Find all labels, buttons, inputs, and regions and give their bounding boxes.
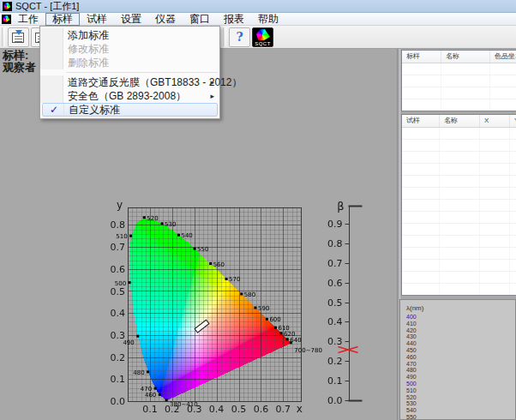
table-cell — [510, 152, 516, 163]
table-cell — [440, 260, 480, 271]
table-cell — [480, 152, 510, 163]
wavelength-item[interactable]: 500 — [406, 381, 515, 387]
menu-仪器[interactable]: 仪器 — [148, 13, 183, 26]
wavelength-item[interactable]: 430 — [406, 333, 515, 340]
table-cell — [480, 236, 510, 247]
table-cell — [480, 248, 510, 259]
standard-label: 标样: — [3, 50, 36, 62]
table-cell — [480, 224, 510, 235]
wavelength-item[interactable]: 540 — [406, 407, 515, 414]
menu-工作[interactable]: 工作 — [11, 13, 45, 26]
table-cell — [440, 248, 480, 259]
table-cell — [510, 224, 516, 235]
app-window: SQCT - [工作1] 工作标样试样设置仪器窗口报表帮助 ? SQCT 标样: — [0, 0, 516, 420]
table-row — [402, 272, 516, 284]
column-header-Y[interactable]: Y — [510, 115, 516, 127]
table-cell — [480, 284, 510, 295]
help-button[interactable]: ? — [229, 27, 250, 47]
table-cell — [440, 284, 480, 295]
table-cell — [480, 200, 510, 211]
wavelength-item[interactable]: 410 — [406, 321, 515, 327]
menu-item-修改标准: 修改标准 — [40, 42, 219, 56]
table-cell — [480, 212, 510, 223]
table-cell — [510, 176, 516, 187]
sqct-button[interactable]: SQCT — [252, 27, 273, 47]
wavelength-item[interactable]: 470 — [406, 361, 515, 368]
table-row — [402, 200, 516, 212]
import-standard-button[interactable] — [8, 27, 29, 47]
table-cell — [480, 140, 510, 151]
menu-item-删除标准: 删除标准 — [40, 56, 219, 69]
table-row — [402, 164, 516, 176]
wavelength-item[interactable]: 520 — [406, 394, 515, 401]
column-header-试样[interactable]: 试样 — [402, 115, 440, 127]
table-row — [402, 260, 516, 272]
menu-报表[interactable]: 报表 — [217, 13, 251, 26]
wavelength-item[interactable]: 510 — [406, 387, 515, 394]
table-cell — [480, 128, 510, 139]
window-title: SQCT - [工作1] — [15, 0, 79, 13]
menu-items: 工作标样试样设置仪器窗口报表帮助 — [11, 13, 285, 26]
column-header-名称[interactable]: 名称 — [440, 115, 480, 127]
table-cell — [510, 128, 516, 139]
samples-table-body — [402, 128, 516, 296]
table-cell — [510, 284, 516, 295]
table-cell — [440, 140, 480, 151]
menu-gutter — [40, 89, 63, 103]
column-header-色品坐标[interactable]: 色品坐标 — [490, 51, 516, 63]
column-header-名称[interactable]: 名称 — [441, 51, 490, 63]
table-row — [402, 140, 516, 152]
wavelength-item[interactable]: 420 — [406, 327, 515, 334]
table-cell — [402, 248, 440, 259]
table-cell — [510, 260, 516, 271]
wavelength-item[interactable]: 530 — [406, 400, 515, 407]
table-cell — [490, 87, 516, 99]
table-cell — [402, 272, 440, 283]
table-cell — [440, 176, 480, 187]
menu-item-添加标准[interactable]: 添加标准 — [40, 28, 219, 42]
menu-item-道路交通反光膜（GBT18833 - 2012）[interactable]: 道路交通反光膜（GBT18833 - 2012）▸ — [40, 75, 219, 89]
table-cell — [440, 164, 480, 175]
table-row — [402, 87, 516, 99]
wavelength-item[interactable]: 450 — [406, 347, 515, 354]
wavelength-item[interactable]: 480 — [406, 367, 515, 374]
table-cell — [480, 260, 510, 271]
table-cell — [402, 176, 440, 187]
wavelength-item[interactable]: 440 — [406, 340, 515, 347]
standards-table[interactable]: 标样名称色品坐标 — [401, 50, 516, 111]
table-cell — [480, 188, 510, 199]
menu-帮助[interactable]: 帮助 — [251, 13, 285, 26]
toolbar-separator — [223, 27, 226, 46]
table-row — [402, 152, 516, 164]
table-cell — [402, 200, 440, 211]
wavelength-item[interactable]: 490 — [406, 374, 515, 381]
menu-item-安全色（GB 2893-2008）[interactable]: 安全色（GB 2893-2008）▸ — [40, 89, 219, 103]
wavelength-item[interactable]: 400 — [406, 314, 515, 321]
menu-设置[interactable]: 设置 — [114, 13, 148, 26]
observer-label: 观察者 — [3, 62, 36, 74]
wavelength-item[interactable]: 460 — [406, 354, 515, 361]
check-icon: ✓ — [50, 104, 58, 116]
menu-item-自定义标准[interactable]: ✓自定义标准 — [42, 103, 218, 117]
table-cell — [402, 284, 440, 295]
table-cell — [402, 140, 440, 151]
samples-table-header: 试样名称XY — [402, 115, 516, 128]
submenu-arrow-icon: ▸ — [210, 75, 214, 89]
table-cell — [480, 176, 510, 187]
menu-试样[interactable]: 试样 — [80, 13, 114, 26]
submenu-arrow-icon: ▸ — [210, 89, 214, 103]
samples-table[interactable]: 试样名称XY — [401, 114, 516, 296]
column-header-X[interactable]: X — [480, 115, 510, 127]
table-cell — [490, 63, 516, 75]
table-cell — [510, 188, 516, 199]
table-cell — [402, 224, 440, 235]
table-cell — [490, 99, 516, 111]
menu-窗口[interactable]: 窗口 — [183, 13, 217, 26]
menu-gutter — [40, 75, 63, 89]
table-cell — [402, 63, 441, 75]
wavelength-item[interactable]: 550 — [406, 414, 515, 420]
menu-标样[interactable]: 标样 — [45, 13, 80, 26]
spectrum-panel[interactable]: λ(nm) 4004104204304404504604704804905005… — [399, 299, 516, 420]
column-header-标样[interactable]: 标样 — [402, 51, 441, 63]
title-bar[interactable]: SQCT - [工作1] — [0, 0, 516, 13]
